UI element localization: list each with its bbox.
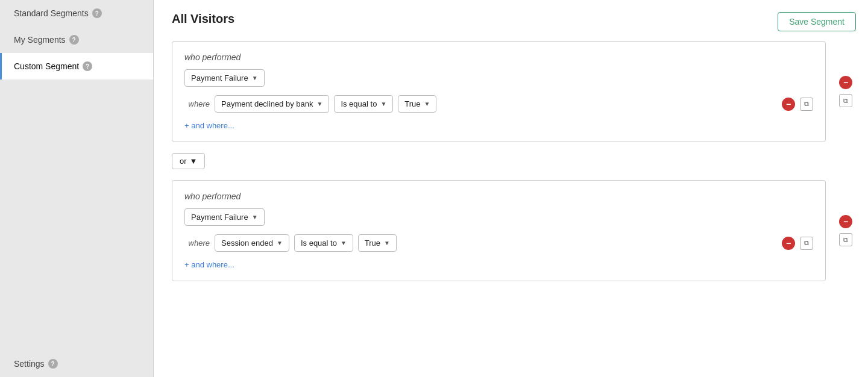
caret-icon-property-2: ▼ xyxy=(277,240,283,246)
sidebar-spacer xyxy=(0,79,153,351)
operator-dropdown-2[interactable]: Is equal to ▼ xyxy=(294,234,353,252)
remove-block-button-2[interactable]: − xyxy=(839,215,852,228)
segment-wrapper-1: who performed Payment Failure ▼ where Pa… xyxy=(172,41,826,142)
copy-icon-1: ⧉ xyxy=(804,100,809,108)
side-actions-1: − ⧉ xyxy=(839,41,852,142)
operator-dropdown-1[interactable]: Is equal to ▼ xyxy=(334,95,393,113)
sidebar: Standard Segments ? My Segments ? Custom… xyxy=(0,0,154,377)
who-performed-label-1: who performed xyxy=(184,52,813,62)
and-where-link-1[interactable]: + and where... xyxy=(184,121,234,130)
caret-icon-event-2: ▼ xyxy=(252,214,258,220)
segment-block-1: who performed Payment Failure ▼ where Pa… xyxy=(172,41,826,142)
remove-block-button-1[interactable]: − xyxy=(839,76,852,89)
event-dropdown-1[interactable]: Payment Failure ▼ xyxy=(184,69,265,87)
page-title: All Visitors xyxy=(172,12,234,26)
sidebar-item-custom-segment[interactable]: Custom Segment ? xyxy=(0,53,153,79)
segment-wrapper-2: who performed Payment Failure ▼ where Se… xyxy=(172,180,826,281)
copy-block-button-2[interactable]: ⧉ xyxy=(839,233,852,246)
sidebar-label-standard: Standard Segments xyxy=(14,8,89,18)
or-button[interactable]: or ▼ xyxy=(172,153,205,169)
remove-where-button-1[interactable]: − xyxy=(782,98,795,111)
copy-where-button-2[interactable]: ⧉ xyxy=(800,237,813,250)
and-where-link-2[interactable]: + and where... xyxy=(184,260,234,269)
sidebar-item-my-segments[interactable]: My Segments ? xyxy=(0,26,153,53)
property-dropdown-1[interactable]: Payment declined by bank ▼ xyxy=(215,95,329,113)
save-segment-button[interactable]: Save Segment xyxy=(778,12,856,31)
help-icon-standard: ? xyxy=(92,8,102,18)
minus-icon-block-2: − xyxy=(843,217,848,226)
copy-icon-block-1: ⧉ xyxy=(843,97,848,105)
value-dropdown-1[interactable]: True ▼ xyxy=(398,95,436,113)
where-row-1: where Payment declined by bank ▼ Is equa… xyxy=(184,95,813,113)
caret-icon-operator-1: ▼ xyxy=(380,101,386,107)
sidebar-label-my: My Segments xyxy=(14,35,66,45)
sidebar-label-custom: Custom Segment xyxy=(14,61,79,71)
where-row-2: where Session ended ▼ Is equal to ▼ True… xyxy=(184,234,813,252)
side-actions-2: − ⧉ xyxy=(839,180,852,281)
sidebar-item-settings[interactable]: Settings ? xyxy=(0,351,153,377)
caret-icon-event-1: ▼ xyxy=(252,75,258,81)
minus-icon-2: − xyxy=(786,239,791,248)
caret-icon-value-1: ▼ xyxy=(424,101,430,107)
copy-block-button-1[interactable]: ⧉ xyxy=(839,94,852,107)
caret-icon-or: ▼ xyxy=(190,157,198,166)
event-dropdown-2[interactable]: Payment Failure ▼ xyxy=(184,208,265,226)
main-content: All Visitors Save Segment who performed … xyxy=(154,0,868,377)
minus-icon-1: − xyxy=(786,100,791,108)
or-section: or ▼ xyxy=(172,153,856,169)
sidebar-item-standard-segments[interactable]: Standard Segments ? xyxy=(0,0,153,26)
segment-block-2: who performed Payment Failure ▼ where Se… xyxy=(172,180,826,281)
caret-icon-operator-2: ▼ xyxy=(341,240,347,246)
copy-icon-block-2: ⧉ xyxy=(843,236,848,244)
remove-where-button-2[interactable]: − xyxy=(782,237,795,250)
copy-icon-2: ⧉ xyxy=(804,239,809,247)
help-icon-settings: ? xyxy=(48,359,58,369)
sidebar-label-settings: Settings xyxy=(14,359,45,369)
caret-icon-property-1: ▼ xyxy=(316,101,322,107)
help-icon-my: ? xyxy=(69,35,79,45)
copy-where-button-1[interactable]: ⧉ xyxy=(800,98,813,111)
who-performed-label-2: who performed xyxy=(184,192,813,201)
header-row: All Visitors Save Segment xyxy=(172,12,856,31)
caret-icon-value-2: ▼ xyxy=(384,240,390,246)
help-icon-custom: ? xyxy=(83,61,92,71)
value-dropdown-2[interactable]: True ▼ xyxy=(358,234,397,252)
where-label-1: where xyxy=(184,99,210,108)
where-label-2: where xyxy=(184,238,210,248)
property-dropdown-2[interactable]: Session ended ▼ xyxy=(215,234,289,252)
minus-icon-block-1: − xyxy=(843,78,848,87)
